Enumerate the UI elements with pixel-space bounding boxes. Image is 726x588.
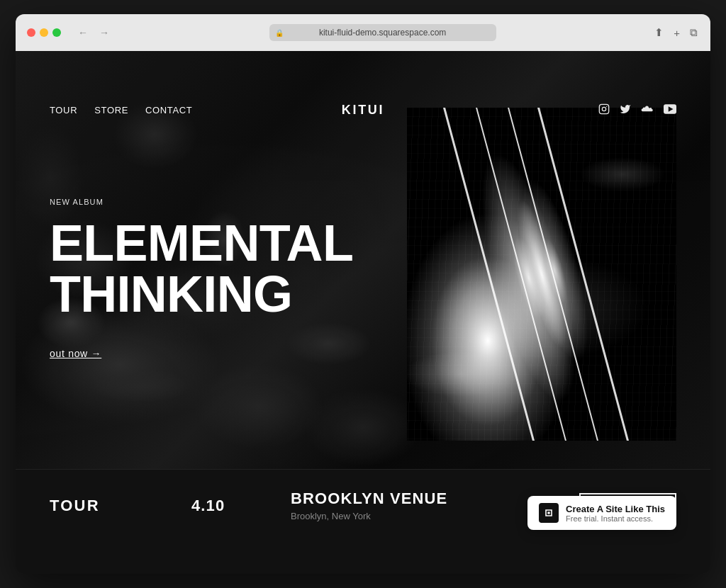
- forward-button[interactable]: →: [96, 26, 112, 40]
- traffic-lights: [27, 28, 61, 37]
- squarespace-logo: [539, 503, 559, 523]
- address-wrapper: 🔒: [269, 24, 496, 41]
- minimize-button[interactable]: [40, 28, 48, 37]
- album-artwork: [407, 108, 676, 441]
- nav-store[interactable]: STORE: [94, 105, 128, 115]
- title-line-2: THINKING: [50, 266, 292, 322]
- squarespace-subtitle: Free trial. Instant access.: [566, 514, 665, 523]
- nav-left: TOUR STORE CONTACT: [50, 105, 192, 115]
- album-art-container: [407, 108, 676, 441]
- twitter-icon[interactable]: [620, 103, 631, 117]
- browser-chrome: ← → 🔒 ⬆ + ⧉: [16, 14, 710, 51]
- browser-actions: ⬆ + ⧉: [653, 25, 699, 40]
- tour-label: TOUR: [50, 497, 191, 515]
- svg-point-1: [602, 107, 605, 111]
- site-logo[interactable]: KITUI: [342, 103, 385, 118]
- share-button[interactable]: ⬆: [653, 25, 665, 40]
- squarespace-text: Create A Site Like This Free trial. Inst…: [566, 504, 665, 523]
- navigation: TOUR STORE CONTACT KITUI: [16, 88, 710, 132]
- instagram-icon[interactable]: [598, 103, 610, 117]
- nav-contact[interactable]: CONTACT: [145, 105, 192, 115]
- browser-window: ← → 🔒 ⬆ + ⧉ TOUR STORE CONTACT KI: [16, 14, 710, 574]
- album-lines: [407, 108, 676, 441]
- youtube-icon[interactable]: [664, 104, 676, 116]
- title-line-1: ELEMENTAL: [50, 215, 353, 271]
- squarespace-title: Create A Site Like This: [566, 504, 665, 514]
- tour-section: TOUR 4.10 BROOKLYN VENUE Brooklyn, New Y…: [16, 469, 710, 541]
- svg-point-2: [606, 106, 607, 107]
- url-input[interactable]: [269, 24, 496, 41]
- duplicate-button[interactable]: ⧉: [688, 25, 699, 40]
- album-title: ELEMENTAL THINKING: [50, 217, 347, 320]
- browser-controls: ← →: [75, 26, 112, 40]
- svg-rect-0: [599, 104, 608, 113]
- social-links: [598, 103, 676, 117]
- new-tab-button[interactable]: +: [672, 26, 681, 40]
- tour-date: 4.10: [191, 497, 291, 515]
- squarespace-banner: Create A Site Like This Free trial. Inst…: [527, 496, 676, 530]
- address-bar: 🔒: [121, 24, 644, 41]
- site-wrapper: TOUR STORE CONTACT KITUI: [16, 51, 710, 574]
- lock-icon: 🔒: [275, 29, 284, 37]
- website: TOUR STORE CONTACT KITUI: [16, 51, 710, 574]
- back-button[interactable]: ←: [75, 26, 91, 40]
- nav-tour[interactable]: TOUR: [50, 105, 77, 115]
- soundcloud-icon[interactable]: [641, 104, 654, 116]
- maximize-button[interactable]: [52, 28, 61, 37]
- close-button[interactable]: [27, 28, 35, 37]
